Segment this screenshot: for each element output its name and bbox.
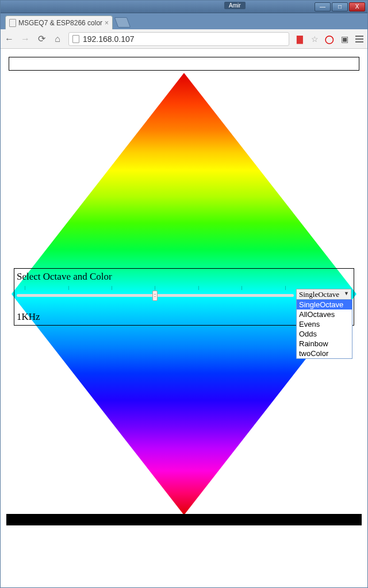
- mode-dropdown: SingleOctave AllOctaves Evens Odds Rainb…: [296, 299, 352, 359]
- close-icon: X: [355, 3, 359, 10]
- spectrum-canvas: Select Octave and Color SingleOctave: [12, 73, 356, 515]
- dropdown-option[interactable]: twoColor: [297, 349, 352, 358]
- slider-thumb[interactable]: [152, 291, 158, 301]
- tab-strip: MSGEQ7 & ESP8266 color ×: [1, 13, 367, 29]
- window-titlebar: Amir — □ X: [1, 1, 367, 13]
- maximize-icon: □: [338, 3, 342, 10]
- dropdown-option[interactable]: AllOctaves: [297, 310, 352, 319]
- mode-select[interactable]: SingleOctave: [296, 289, 351, 300]
- window-minimize-button[interactable]: —: [315, 2, 331, 11]
- browser-tab[interactable]: MSGEQ7 & ESP8266 color ×: [5, 16, 113, 29]
- reload-button[interactable]: ⟳: [36, 33, 47, 44]
- page-icon: [9, 19, 16, 27]
- dropdown-option[interactable]: Rainbow: [297, 339, 352, 349]
- dropdown-option[interactable]: SingleOctave: [297, 300, 352, 310]
- tab-title: MSGEQ7 & ESP8266 color: [18, 19, 102, 27]
- bottom-bar: [6, 514, 362, 525]
- new-tab-button[interactable]: [114, 17, 131, 28]
- chrome-user-badge[interactable]: Amir: [224, 2, 246, 9]
- adblock-icon[interactable]: ◯: [325, 34, 334, 44]
- select-value: SingleOctave: [299, 290, 339, 299]
- page-icon: [72, 35, 79, 43]
- forward-button[interactable]: →: [20, 34, 30, 44]
- address-bar[interactable]: 192.168.0.107: [68, 32, 289, 46]
- panel-title: Select Octave and Color: [17, 271, 351, 283]
- dropdown-option[interactable]: Evens: [297, 319, 352, 329]
- window-close-button[interactable]: X: [349, 2, 365, 11]
- home-button[interactable]: ⌂: [52, 34, 63, 44]
- top-output-box: [9, 57, 359, 71]
- cast-icon[interactable]: ▣: [340, 34, 349, 44]
- octave-slider[interactable]: [17, 286, 294, 303]
- bookmark-star-icon[interactable]: ☆: [310, 34, 319, 44]
- window-maximize-button[interactable]: □: [332, 2, 348, 11]
- minimize-icon: —: [320, 3, 325, 10]
- dropdown-option[interactable]: Odds: [297, 329, 352, 339]
- extension-icon[interactable]: ▇: [295, 34, 304, 44]
- url-text: 192.168.0.107: [83, 34, 135, 44]
- page-viewport: Select Octave and Color SingleOctave: [1, 49, 367, 587]
- control-panel: Select Octave and Color SingleOctave: [14, 268, 354, 326]
- slider-ticks: [17, 286, 294, 291]
- tab-close-button[interactable]: ×: [105, 19, 109, 27]
- back-button[interactable]: ←: [4, 34, 14, 44]
- browser-toolbar: ← → ⟳ ⌂ 192.168.0.107 ▇ ☆ ◯ ▣: [1, 29, 367, 49]
- chrome-menu-button[interactable]: [355, 36, 364, 42]
